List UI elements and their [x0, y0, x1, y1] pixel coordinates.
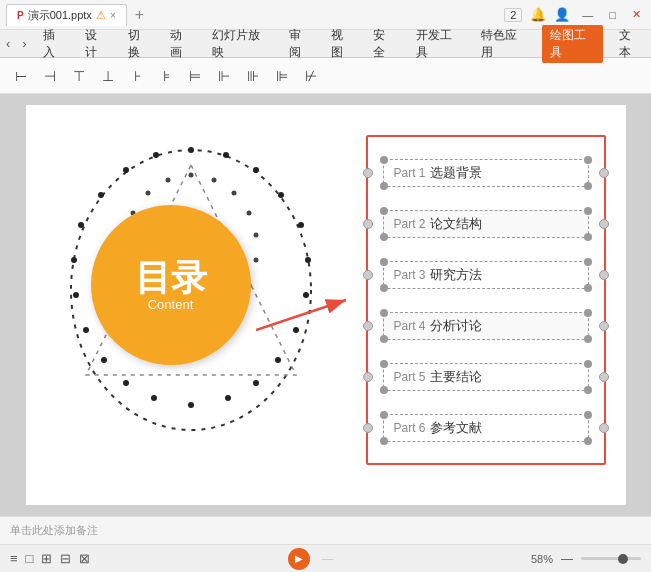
- slide-canvas: 目录 Content: [26, 105, 626, 505]
- note-placeholder[interactable]: 单击此处添加备注: [10, 523, 641, 538]
- svg-point-6: [305, 257, 311, 263]
- status-icon-split[interactable]: ⊟: [60, 551, 71, 566]
- tool-align-right[interactable]: ⊤: [66, 63, 92, 89]
- ribbon-special[interactable]: 特色应用: [477, 25, 530, 63]
- svg-point-22: [153, 152, 159, 158]
- svg-point-14: [123, 380, 129, 386]
- side-dot-right-4: [599, 321, 609, 331]
- play-button[interactable]: ▶: [288, 548, 310, 570]
- tool-crop[interactable]: ⊬: [298, 63, 324, 89]
- tool-distribute-h[interactable]: ⊥: [95, 63, 121, 89]
- nav-back[interactable]: ‹: [6, 36, 10, 51]
- ribbon-security[interactable]: 安全: [369, 25, 399, 63]
- nav-forward[interactable]: ›: [22, 36, 26, 51]
- svg-point-12: [188, 402, 194, 408]
- status-icon-slide[interactable]: □: [26, 551, 34, 566]
- svg-point-2: [223, 152, 229, 158]
- ribbon-dev[interactable]: 开发工具: [412, 25, 465, 63]
- side-dot-left-6: [363, 423, 373, 433]
- list-item-box-6[interactable]: Part 6 参考文献: [383, 414, 589, 442]
- corner-bl-2: [380, 233, 388, 241]
- add-tab-button[interactable]: +: [131, 6, 148, 24]
- side-dot-left-3: [363, 270, 373, 280]
- zoom-slider[interactable]: [581, 557, 641, 560]
- tab-area: P 演示001.pptx ⚠ × +: [6, 4, 148, 26]
- minimize-button[interactable]: —: [578, 9, 597, 21]
- svg-point-20: [98, 192, 104, 198]
- ribbon-transition[interactable]: 切换: [124, 25, 154, 63]
- tool-align-center[interactable]: ⊣: [37, 63, 63, 89]
- corner-tl-5: [380, 360, 388, 368]
- item-text-5: 主要结论: [430, 368, 482, 386]
- zoom-minus[interactable]: —: [561, 552, 573, 566]
- part-label-1: Part 1: [394, 166, 426, 180]
- slide-panel: 目录 Content: [0, 94, 651, 516]
- corner-br-5: [584, 386, 592, 394]
- side-dot-right-1: [599, 168, 609, 178]
- side-dot-left-2: [363, 219, 373, 229]
- tool-align-middle[interactable]: ⊧: [153, 63, 179, 89]
- list-item-box-4[interactable]: Part 4 分析讨论: [383, 312, 589, 340]
- corner-tr-6: [584, 411, 592, 419]
- ribbon-view[interactable]: 视图: [327, 25, 357, 63]
- status-bar-right: 58% —: [531, 552, 641, 566]
- svg-point-17: [73, 292, 79, 298]
- svg-point-28: [253, 258, 258, 263]
- part-label-2: Part 2: [394, 217, 426, 231]
- list-item-box-5[interactable]: Part 5 主要结论: [383, 363, 589, 391]
- side-dot-left-1: [363, 168, 373, 178]
- side-dot-left-4: [363, 321, 373, 331]
- svg-point-21: [123, 167, 129, 173]
- maximize-button[interactable]: □: [605, 9, 620, 21]
- ribbon-animation[interactable]: 动画: [166, 25, 196, 63]
- ribbon-review[interactable]: 审阅: [285, 25, 315, 63]
- ribbon-slideshow[interactable]: 幻灯片放映: [208, 25, 272, 63]
- list-item-box-1[interactable]: Part 1 选题背景: [383, 159, 589, 187]
- ribbon-insert[interactable]: 插入: [39, 25, 69, 63]
- tool-flip[interactable]: ⊫: [269, 63, 295, 89]
- tool-align-left[interactable]: ⊢: [8, 63, 34, 89]
- part-label-4: Part 4: [394, 319, 426, 333]
- corner-tl-1: [380, 156, 388, 164]
- close-window-button[interactable]: ✕: [628, 8, 645, 21]
- ribbon-draw-tools[interactable]: 绘图工具: [542, 25, 603, 63]
- bottom-bar: 单击此处添加备注: [0, 516, 651, 544]
- svg-point-40: [165, 178, 170, 183]
- list-item-box-3[interactable]: Part 3 研究方法: [383, 261, 589, 289]
- tool-distribute-v[interactable]: ⊦: [124, 63, 150, 89]
- ribbon-text[interactable]: 文本: [615, 25, 645, 63]
- corner-br-3: [584, 284, 592, 292]
- svg-point-39: [145, 191, 150, 196]
- ppt-icon: P: [17, 10, 24, 21]
- svg-point-10: [253, 380, 259, 386]
- list-item-3: Part 3 研究方法: [383, 261, 589, 289]
- corner-tl-6: [380, 411, 388, 419]
- corner-br-2: [584, 233, 592, 241]
- tool-group[interactable]: ⊨: [182, 63, 208, 89]
- tool-rotate[interactable]: ⊪: [240, 63, 266, 89]
- part-label-6: Part 6: [394, 421, 426, 435]
- status-icon-film[interactable]: ⊠: [79, 551, 90, 566]
- list-item-5: Part 5 主要结论: [383, 363, 589, 391]
- corner-bl-3: [380, 284, 388, 292]
- svg-point-1: [188, 147, 194, 153]
- status-icon-grid[interactable]: ⊞: [41, 551, 52, 566]
- close-tab-icon[interactable]: ×: [110, 10, 116, 21]
- tool-ungroup[interactable]: ⊩: [211, 63, 237, 89]
- corner-tl-3: [380, 258, 388, 266]
- svg-point-15: [101, 357, 107, 363]
- status-icon-list[interactable]: ≡: [10, 551, 18, 566]
- slide-content: 目录 Content: [26, 105, 626, 505]
- zoom-thumb: [618, 554, 628, 564]
- file-tab[interactable]: P 演示001.pptx ⚠ ×: [6, 4, 127, 26]
- list-item-box-2[interactable]: Part 2 论文结构: [383, 210, 589, 238]
- list-item-2: Part 2 论文结构: [383, 210, 589, 238]
- corner-tr-2: [584, 207, 592, 215]
- icon2: 👤: [554, 7, 570, 22]
- window-badge: 2: [504, 8, 522, 22]
- title-bar-right: 2 🔔 👤 — □ ✕: [504, 7, 645, 22]
- main-circle-text: 目录: [135, 258, 207, 298]
- ribbon-design[interactable]: 设计: [81, 25, 111, 63]
- svg-point-27: [253, 233, 258, 238]
- corner-br-1: [584, 182, 592, 190]
